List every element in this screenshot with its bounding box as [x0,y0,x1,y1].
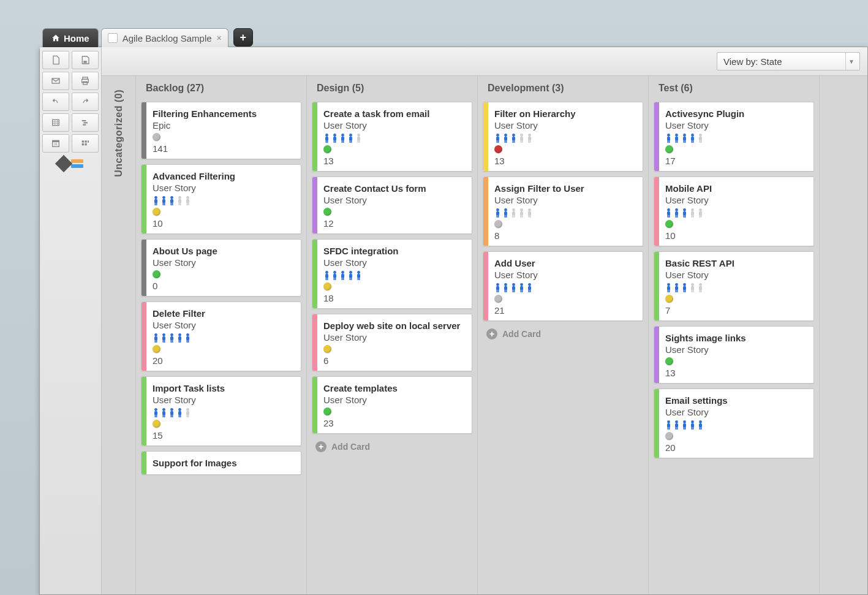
card-type: User Story [665,270,806,280]
card[interactable]: Import Task listsUser Story15 [141,376,301,446]
card-list: Activesync PluginUser Story17Mobile APIU… [649,100,819,594]
svg-point-57 [154,408,157,411]
svg-point-221 [675,283,678,286]
close-icon[interactable]: × [217,33,222,43]
svg-rect-92 [351,140,352,143]
card-list: Filtering EnhancementsEpic141Advanced Fi… [136,100,306,594]
card[interactable]: Delete FilterUser Story20 [141,301,301,371]
svg-point-109 [349,271,352,274]
view-by-select[interactable]: View by: State ▼ [717,52,860,70]
svg-rect-14 [88,140,89,142]
svg-rect-159 [497,289,498,292]
card-type: User Story [665,120,806,131]
card-points: 12 [323,218,464,229]
card[interactable]: Basic REST APIUser Story7 [654,251,814,321]
card-type: User Story [323,195,464,205]
card[interactable]: Assign Filter to UserUser Story8 [483,176,643,246]
new-file-button[interactable] [42,51,69,69]
mail-button[interactable] [42,72,69,90]
add-tab-button[interactable]: + [233,28,253,47]
redo-button[interactable] [72,93,99,111]
card[interactable]: About Us pageUser Story0 [141,239,301,297]
card-type: User Story [494,195,635,205]
grid-view-button[interactable] [42,113,69,132]
board: Uncategorized (0) Backlog (27)Filtering … [102,76,867,594]
svg-point-165 [512,283,515,286]
column-uncategorized[interactable]: Uncategorized (0) [102,76,136,594]
undo-button[interactable] [42,93,69,111]
tab-home[interactable]: Home [42,28,99,47]
card[interactable]: Email settingsUser Story20 [654,388,814,458]
card-points: 18 [323,293,464,303]
card-type: User Story [323,120,464,131]
card[interactable]: Deploy web site on local serverUser Stor… [312,314,472,371]
card[interactable]: Sights image linksUser Story13 [654,326,814,384]
svg-point-233 [699,283,702,286]
svg-rect-87 [342,140,343,143]
card-stripe [654,177,659,246]
svg-point-121 [504,134,507,137]
save-button[interactable] [72,51,99,69]
card[interactable]: Advanced FilteringUser Story10 [141,164,301,234]
chevron-down-icon: ▼ [845,53,857,70]
card-stripe [312,177,317,233]
tab-document[interactable]: Agile Backlog Sample × [101,28,228,47]
svg-point-245 [683,420,686,423]
column-header[interactable]: Test (6) [649,76,819,100]
card[interactable]: Create a task from emailUser Story13 [312,102,472,172]
add-card-button[interactable]: +Add Card [483,326,643,342]
tab-bar: Home Agile Backlog Sample × + [40,28,867,47]
card[interactable]: Add UserUser Story21 [483,251,643,321]
svg-rect-79 [326,140,327,143]
card-stripe [312,240,317,308]
svg-rect-103 [334,277,335,280]
card-stripe [312,314,317,371]
column-header[interactable]: Development (3) [478,76,648,100]
svg-rect-10 [53,140,59,142]
svg-point-21 [162,196,165,199]
card[interactable]: Filtering EnhancementsEpic141 [141,102,301,159]
svg-rect-104 [335,277,336,280]
card[interactable]: Create Contact Us formUser Story12 [312,176,472,234]
card-points: 20 [153,355,293,366]
svg-rect-251 [692,426,693,430]
card[interactable]: Create templatesUser Story23 [312,376,472,434]
card[interactable]: Filter on HierarchyUser Story13 [483,102,643,172]
card[interactable]: Support for Images [141,451,301,475]
svg-rect-239 [668,426,669,430]
svg-rect-236 [701,289,702,292]
card[interactable]: Activesync PluginUser Story17 [654,102,814,172]
print-button[interactable] [72,72,99,90]
calendar-view-button[interactable]: 31 [42,134,69,153]
svg-point-169 [520,283,523,286]
card[interactable]: Mobile APIUser Story10 [654,176,814,246]
svg-rect-243 [676,426,677,430]
gantt-view-button[interactable] [72,113,99,132]
column-header[interactable]: Design (5) [307,76,477,100]
svg-point-213 [699,208,702,211]
svg-point-153 [528,208,531,211]
svg-point-141 [504,208,507,211]
add-card-button[interactable]: +Add Card [312,439,472,455]
assignee-meter [153,195,293,205]
card-points: 6 [323,355,464,366]
svg-rect-176 [530,289,531,292]
card-type: User Story [323,257,464,268]
svg-point-37 [154,333,157,336]
card[interactable]: SFDC integrationUser Story18 [312,239,472,309]
card-view-button[interactable] [72,134,99,153]
column-header[interactable]: Backlog (27) [136,76,306,100]
breadcrumb [42,155,99,172]
assignee-meter [665,282,806,292]
svg-point-45 [170,333,173,336]
card-points: 17 [665,156,806,166]
status-dot [665,145,673,153]
svg-rect-136 [530,140,531,143]
svg-rect-252 [693,426,694,430]
card-type: User Story [153,395,293,405]
svg-rect-179 [668,140,669,143]
card-title: Add User [494,258,635,268]
svg-rect-188 [685,140,686,143]
svg-rect-172 [522,289,523,292]
svg-rect-219 [668,289,669,292]
